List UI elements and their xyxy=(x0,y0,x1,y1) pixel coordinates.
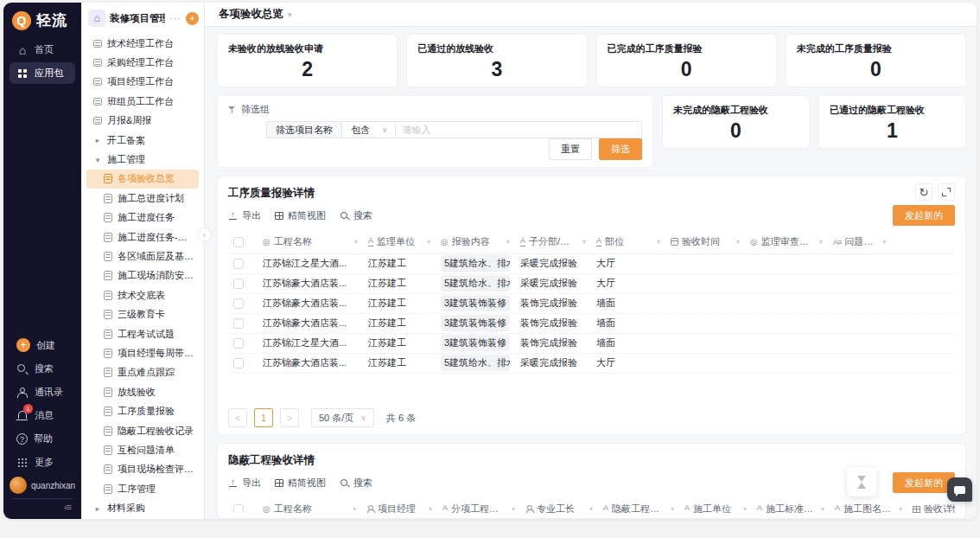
current-page-button[interactable]: 1 xyxy=(254,408,273,427)
sort-filter-icon[interactable]: ▾ xyxy=(821,505,824,513)
table-row[interactable]: 江苏锦江之星大酒...江苏建工5建筑给水、排水及采采暖完成报验大厅 xyxy=(228,253,955,273)
chat-button[interactable] xyxy=(947,477,972,502)
sort-filter-icon[interactable]: ▾ xyxy=(671,505,674,513)
sidebar-item[interactable]: 工序管理 xyxy=(86,479,199,498)
sort-filter-icon[interactable]: ▾ xyxy=(429,505,432,513)
apply-filter-button[interactable]: 筛选 xyxy=(599,138,642,160)
sidebar-item[interactable]: 各区域面层及基层做... xyxy=(86,247,199,266)
workspace-home-icon[interactable] xyxy=(88,10,105,27)
rail-item-bell[interactable]: 消息1 xyxy=(10,405,75,426)
column-header[interactable]: 问题描述▾ xyxy=(828,231,892,253)
sidebar-item[interactable]: 工程考试试题 xyxy=(86,324,199,343)
sidebar-item[interactable]: ▾施工管理 xyxy=(86,150,199,169)
sidebar-item[interactable]: 采购经理工作台 xyxy=(86,53,199,72)
compact-view-button[interactable]: 精简视图 xyxy=(275,477,326,490)
sort-filter-icon[interactable]: ▾ xyxy=(882,238,886,246)
column-header[interactable]: 验收时间▾ xyxy=(665,231,745,253)
column-header[interactable]: 分项工程名称▾ xyxy=(437,498,520,513)
rail-item-plus[interactable]: 创建 xyxy=(10,334,75,356)
reset-button[interactable]: 重置 xyxy=(549,138,592,160)
sidebar-item[interactable]: 放线验收 xyxy=(86,382,199,401)
column-header[interactable]: 项目经理▾ xyxy=(361,498,437,513)
sort-filter-icon[interactable]: ▾ xyxy=(899,505,902,513)
prev-page-button[interactable]: < xyxy=(228,408,247,427)
sort-filter-icon[interactable]: ▾ xyxy=(354,238,358,246)
select-all-checkbox[interactable] xyxy=(233,504,244,513)
sidebar-item[interactable]: 技术经理工作台 xyxy=(86,34,199,53)
sidebar-item[interactable]: ▸开工备案 xyxy=(86,131,199,150)
sidebar-item[interactable]: 项目经理工作台 xyxy=(86,73,199,92)
column-header[interactable]: 监理审查意见▾ xyxy=(745,231,828,253)
search-button[interactable]: 搜索 xyxy=(340,477,372,490)
sort-filter-icon[interactable]: ▾ xyxy=(819,238,823,246)
refresh-button[interactable] xyxy=(915,183,932,201)
export-button[interactable]: 导出 xyxy=(228,209,261,222)
sidebar-item[interactable]: 施工进度任务 xyxy=(86,208,199,227)
sidebar-item[interactable]: 三级教育卡 xyxy=(86,304,199,323)
column-header[interactable]: 监理单位▾ xyxy=(363,231,436,253)
rail-item-contacts[interactable]: 通讯录 xyxy=(10,381,75,403)
sort-filter-icon[interactable]: ▾ xyxy=(427,238,430,246)
workspace-title[interactable]: 装修项目管理-三... xyxy=(110,12,165,25)
table-row[interactable]: 江苏锦豪大酒店装...江苏建工3建筑装饰装修装饰完成报验墙面 xyxy=(228,313,955,333)
rail-item-help[interactable]: 帮助 xyxy=(10,428,75,450)
row-checkbox[interactable] xyxy=(233,259,244,269)
create-new-button[interactable]: 发起新的 xyxy=(893,472,955,493)
sort-filter-icon[interactable]: ▾ xyxy=(736,238,740,246)
fullscreen-button[interactable] xyxy=(938,183,955,201)
table-row[interactable]: 江苏锦豪大酒店装...江苏建工5建筑给水、排水及采采暖完成报验大厅 xyxy=(228,353,955,373)
row-checkbox[interactable] xyxy=(233,298,244,309)
create-new-button[interactable]: 发起新的 xyxy=(893,205,955,226)
column-header[interactable]: 施工标准名称及▾ xyxy=(752,498,830,513)
row-checkbox[interactable] xyxy=(233,279,244,289)
rail-item-apps[interactable]: 应用包 xyxy=(10,62,75,84)
column-header[interactable]: 施工单位▾ xyxy=(679,498,752,513)
table-row[interactable]: 江苏锦豪大酒店装...江苏建工5建筑给水、排水及采采暖完成报验大厅 xyxy=(228,273,955,293)
sort-filter-icon[interactable]: ▾ xyxy=(657,238,660,246)
rail-item-more[interactable]: 更多 xyxy=(10,452,75,473)
table-row[interactable]: 江苏锦豪大酒店装...江苏建工3建筑装饰装修装饰完成报验墙面 xyxy=(228,293,955,313)
sort-filter-icon[interactable]: ▾ xyxy=(589,505,593,513)
page-size-select[interactable]: 50 条/页 ∨ xyxy=(311,408,374,427)
sidebar-item[interactable]: 项目现场检查评分表... xyxy=(86,460,199,479)
column-header[interactable]: 隐蔽工程项目▾ xyxy=(598,498,679,513)
filter-operator-select[interactable]: 包含 ∨ xyxy=(341,121,396,138)
add-app-button[interactable]: + xyxy=(186,12,199,25)
next-page-button[interactable]: > xyxy=(280,408,299,427)
column-header[interactable]: 工程名称▾ xyxy=(258,498,361,513)
sort-filter-icon[interactable]: ▾ xyxy=(743,505,747,513)
search-button[interactable]: 搜索 xyxy=(340,209,372,222)
sidebar-item[interactable]: 重点难点跟踪 xyxy=(86,363,199,382)
rail-item-home[interactable]: 首页 xyxy=(10,39,75,61)
sidebar-item[interactable]: ▸材料采购 xyxy=(86,498,199,517)
collapse-sidebar-handle[interactable]: ‹ xyxy=(197,227,212,242)
page-title-caret-icon[interactable]: ▾ xyxy=(288,10,292,19)
sort-filter-icon[interactable]: ▾ xyxy=(582,238,586,246)
sidebar-item[interactable]: 工序质量报验 xyxy=(86,401,199,420)
sidebar-item[interactable]: 项目经理每周带队... xyxy=(86,343,199,362)
sidebar-item[interactable]: 施工进度任务-分项完... xyxy=(86,227,199,247)
user-profile[interactable]: quanzhixan... xyxy=(10,477,75,494)
column-header[interactable]: 报验内容▾ xyxy=(436,231,515,253)
sort-filter-icon[interactable]: ▾ xyxy=(506,238,510,246)
column-header[interactable]: 工程名称▾ xyxy=(258,231,363,253)
collapse-rail-icon[interactable]: ‹≡ xyxy=(3,502,81,517)
sidebar-item[interactable]: 各项验收总览 xyxy=(86,170,199,189)
sidebar-item[interactable]: 技术交底表 xyxy=(86,285,199,304)
column-header[interactable]: 部位▾ xyxy=(591,231,665,253)
export-button[interactable]: 导出 xyxy=(228,477,261,490)
sidebar-item[interactable]: 隐蔽工程验收记录 xyxy=(86,421,199,440)
table-row[interactable]: 江苏锦江之星大酒...江苏建工3建筑装饰装修装饰完成报验墙面 xyxy=(228,333,955,353)
column-header[interactable]: 施工图名称及编▾ xyxy=(830,498,907,513)
sort-filter-icon[interactable]: ▾ xyxy=(512,505,515,513)
rail-item-search[interactable]: 搜索 xyxy=(10,358,75,380)
logo[interactable]: Q 轻流 xyxy=(3,3,81,37)
sort-filter-icon[interactable]: ▾ xyxy=(353,505,356,513)
sidebar-item[interactable]: 施工现场消防安全技... xyxy=(86,266,199,285)
compact-view-button[interactable]: 精简视图 xyxy=(275,209,326,222)
more-options-icon[interactable]: ··· xyxy=(169,13,181,23)
sidebar-item[interactable]: 月报&周报 xyxy=(86,112,199,131)
column-header[interactable]: 子分部/分项/检▾ xyxy=(515,231,591,253)
column-header[interactable]: 验收详情▾ xyxy=(907,498,955,513)
sidebar-item[interactable]: 施工总进度计划 xyxy=(86,189,199,208)
